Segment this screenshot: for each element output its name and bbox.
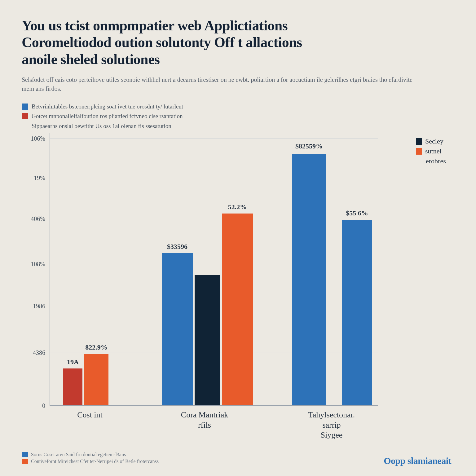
legend-top-a: Betvrinhitables bsteoner;plcing soat ive… bbox=[32, 102, 183, 111]
brand-mark: Oopp slamianeait bbox=[384, 456, 451, 466]
bar-group-0: 19A 822.9% bbox=[63, 354, 108, 405]
legend-side-c: erobres bbox=[426, 157, 446, 165]
bar-g0-orange: 822.9% bbox=[84, 354, 108, 405]
legend-side-b: sutnel bbox=[425, 147, 442, 155]
bar-g2-blue-b: $55 6% bbox=[342, 220, 372, 405]
y-tick-3: 108% bbox=[31, 260, 45, 267]
bar-g1-dark bbox=[195, 275, 220, 405]
y-tick-6: 0 bbox=[42, 402, 45, 409]
bar-label-g0b0: 19A bbox=[67, 358, 79, 366]
legend-top-c: Sippaearhs onslal oewtitht Us oss 1al ol… bbox=[32, 121, 171, 130]
bar-label-g2b1: $55 6% bbox=[346, 209, 368, 217]
bar-g2-blue-a: $82559% bbox=[292, 154, 326, 405]
y-tick-5: 4386 bbox=[33, 349, 45, 356]
legend-top: Betvrinhitables bsteoner;plcing soat ive… bbox=[22, 102, 454, 130]
plot: 19A 822.9% $33596 52.2% $82559% bbox=[50, 133, 378, 406]
bar-g1-blue: $33596 bbox=[162, 253, 193, 405]
y-axis: 106% 19% 406% 108% 1986 4386 0 bbox=[22, 133, 50, 406]
bar-label-g2b0: $82559% bbox=[295, 142, 323, 150]
y-tick-4: 1986 bbox=[33, 302, 45, 310]
legend-side-a: Secley bbox=[425, 137, 443, 145]
footer-a: Sorns Coset aren Said frn dontial egetie… bbox=[31, 452, 126, 457]
footer-swatch-orange-icon bbox=[22, 459, 28, 464]
footer-b: Contivefornt Mireichest Cfet tet-Nerripe… bbox=[31, 459, 159, 464]
legend-side: Secley sutnel erobres bbox=[416, 137, 446, 167]
title-line-2: Coromeltiodod oution solutonty Off t all… bbox=[22, 34, 302, 50]
bar-label-g1b2: 52.2% bbox=[228, 203, 247, 211]
footer-swatch-blue-icon bbox=[22, 452, 28, 457]
x-label-2: Tahylsectonar. sarrip Siygee bbox=[308, 410, 355, 440]
legend-side-dark-icon bbox=[416, 138, 422, 145]
bar-label-g0b1: 822.9% bbox=[85, 343, 108, 351]
bar-group-1: $33596 52.2% bbox=[162, 214, 253, 405]
title-line-3: anoile sheled solutiones bbox=[22, 51, 160, 67]
x-label-0: Cost int bbox=[77, 410, 103, 420]
y-tick-1: 19% bbox=[34, 174, 45, 182]
x-label-1: Cora Mantriak rfils bbox=[181, 410, 228, 430]
y-tick-2: 406% bbox=[31, 215, 45, 223]
bar-label-g1b0: $33596 bbox=[167, 243, 187, 251]
bar-g0-red: 19A bbox=[63, 368, 82, 405]
bar-group-2: $82559% $55 6% bbox=[292, 154, 372, 405]
y-tick-0: 106% bbox=[31, 135, 45, 142]
plot-area: 106% 19% 406% 108% 1986 4386 0 19A 822.9… bbox=[22, 133, 454, 406]
footer-notes: Sorns Coset aren Said frn dontial egetie… bbox=[22, 452, 159, 465]
chart-subtitle: Selsfodct off cais coto perteihove utile… bbox=[22, 75, 418, 93]
legend-top-b: Gotcet mnponallelfalfoution ros pliattie… bbox=[32, 112, 183, 121]
legend-swatch-red-icon bbox=[22, 113, 28, 119]
title-line-1: You us tcist onmpmpatier web Applictiati… bbox=[22, 18, 288, 33]
legend-side-orange-icon bbox=[416, 148, 422, 155]
bar-g1-orange: 52.2% bbox=[222, 214, 253, 405]
legend-swatch-blue-icon bbox=[22, 104, 28, 110]
chart-title: You us tcist onmpmpatier web Applictiati… bbox=[22, 17, 454, 68]
